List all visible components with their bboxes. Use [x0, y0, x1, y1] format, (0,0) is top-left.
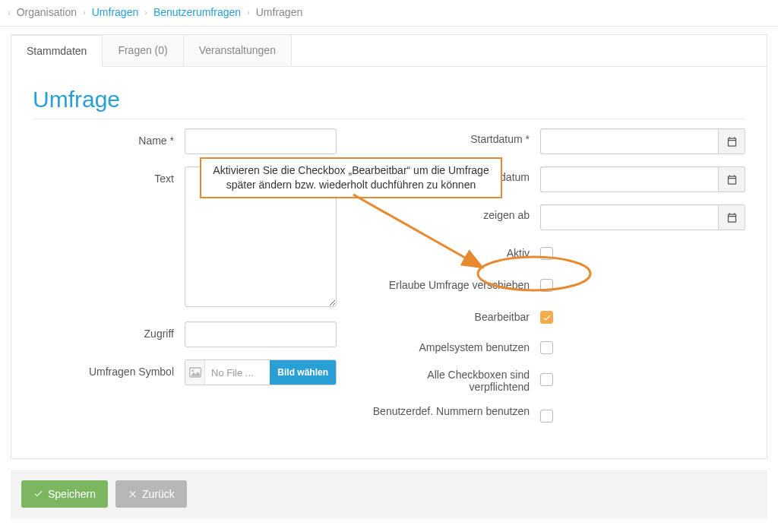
save-button-label: Speichern — [48, 488, 96, 500]
zeigen-ab-calendar-button[interactable] — [718, 204, 745, 230]
label-umfragen-symbol: Umfragen Symbol — [33, 359, 185, 378]
breadcrumb-item-organisation: Organisation — [17, 6, 77, 18]
checkbox-userdef[interactable] — [540, 410, 553, 423]
label-userdef: Benutzerdef. Nummern benutzen — [365, 405, 540, 417]
tab-veranstaltungen[interactable]: Veranstaltungen — [184, 35, 292, 66]
back-button[interactable]: Zurück — [115, 480, 187, 508]
checkbox-ampelsystem[interactable] — [540, 341, 553, 354]
form-left-col: Name * Text Zugriff — [33, 128, 365, 437]
file-picker[interactable]: No File ... Bild wählen — [185, 359, 337, 385]
breadcrumb-item-benutzerumfragen[interactable]: Benutzerumfragen — [153, 6, 241, 18]
label-verschieben: Erlaube Umfrage verschieben — [365, 274, 540, 291]
input-enddatum[interactable] — [540, 166, 718, 192]
label-zugriff: Zugriff — [33, 321, 185, 340]
check-icon — [33, 489, 43, 499]
image-placeholder-icon — [185, 360, 205, 385]
input-name[interactable] — [185, 128, 337, 154]
save-button[interactable]: Speichern — [21, 480, 108, 508]
label-mandatory: Alle Checkboxen sind verpflichtend — [365, 369, 540, 393]
chevron-right-icon: › — [8, 8, 11, 17]
input-zugriff[interactable] — [185, 321, 337, 347]
action-bar: Speichern Zurück — [11, 470, 767, 518]
chevron-right-icon: › — [247, 8, 250, 17]
close-icon — [128, 489, 138, 499]
main-panel: Stammdaten Fragen (0) Veranstaltungen Um… — [11, 34, 767, 459]
file-name: No File ... — [205, 367, 270, 378]
input-zeigen-ab[interactable] — [540, 204, 718, 230]
calendar-icon — [726, 136, 738, 147]
startdatum-calendar-button[interactable] — [718, 128, 745, 154]
back-button-label: Zurück — [142, 488, 175, 500]
label-zeigen-ab: zeigen ab — [365, 204, 540, 221]
breadcrumb-item-umfragen[interactable]: Umfragen — [92, 6, 138, 18]
label-startdatum: Startdatum * — [365, 128, 540, 145]
chevron-right-icon: › — [83, 8, 86, 17]
breadcrumb-item-current: Umfragen — [256, 6, 302, 18]
form-right-col: Startdatum * Enddatum — [365, 128, 745, 437]
tabs: Stammdaten Fragen (0) Veranstaltungen — [11, 35, 767, 67]
label-text: Text — [33, 166, 185, 185]
chevron-right-icon: › — [144, 8, 147, 17]
tab-stammdaten[interactable]: Stammdaten — [11, 35, 103, 67]
calendar-icon — [726, 174, 738, 185]
label-enddatum: Enddatum — [365, 166, 540, 183]
page-title: Umfrage — [33, 87, 745, 119]
checkbox-aktiv[interactable] — [540, 247, 553, 260]
label-bearbeitbar: Bearbeitbar — [365, 306, 540, 323]
choose-image-button[interactable]: Bild wählen — [270, 360, 336, 385]
label-aktiv: Aktiv — [365, 242, 540, 259]
label-name: Name * — [33, 128, 185, 147]
input-startdatum[interactable] — [540, 128, 718, 154]
check-icon — [542, 313, 552, 322]
calendar-icon — [726, 212, 738, 223]
tab-fragen[interactable]: Fragen (0) — [103, 35, 183, 66]
checkbox-bearbeitbar[interactable] — [540, 311, 553, 324]
checkbox-mandatory[interactable] — [540, 373, 553, 386]
panel-body: Umfrage Name * Text Zugriff — [11, 67, 767, 458]
breadcrumb: › Organisation › Umfragen › Benutzerumfr… — [0, 0, 778, 27]
checkbox-verschieben[interactable] — [540, 279, 553, 292]
svg-point-1 — [191, 370, 194, 372]
label-ampelsystem: Ampelsystem benutzen — [365, 337, 540, 353]
textarea-text[interactable] — [185, 166, 337, 307]
enddatum-calendar-button[interactable] — [718, 166, 745, 192]
